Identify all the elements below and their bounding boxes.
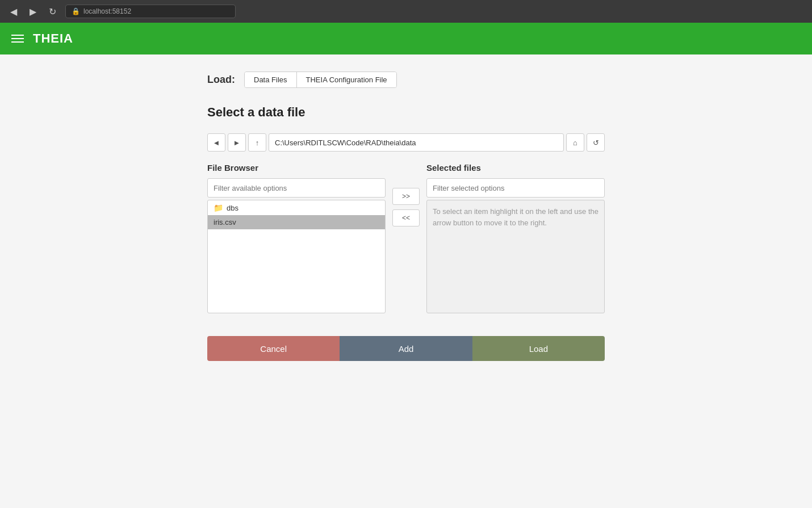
- container: Load: Data Files THEIA Configuration Fil…: [207, 72, 605, 491]
- transfer-buttons: >> <<: [386, 188, 426, 226]
- nav-back-button[interactable]: ◄: [207, 133, 225, 152]
- address-bar: 🔒 localhost:58152: [65, 5, 236, 18]
- file-browser-title: File Browser: [207, 163, 386, 173]
- move-left-button[interactable]: <<: [392, 209, 420, 226]
- main-content: Load: Data Files THEIA Configuration Fil…: [0, 54, 812, 508]
- add-button[interactable]: Add: [340, 336, 472, 361]
- page-title: Select a data file: [207, 105, 605, 120]
- list-item[interactable]: 📁 dbs: [208, 200, 385, 215]
- selected-files-area[interactable]: To select an item highlight it on the le…: [426, 200, 605, 313]
- path-navigator: ◄ ► ↑ ⌂ ↺: [207, 133, 605, 152]
- move-right-button[interactable]: >>: [392, 188, 420, 205]
- nav-up-button[interactable]: ↑: [248, 133, 266, 152]
- selected-files-filter[interactable]: [426, 178, 605, 198]
- load-button[interactable]: Load: [472, 336, 605, 361]
- hint-text: To select an item highlight it on the le…: [433, 207, 598, 227]
- nav-refresh-button[interactable]: ↺: [587, 133, 605, 152]
- browser-chrome: ◀ ▶ ↻ 🔒 localhost:58152: [0, 0, 812, 23]
- app-title: THEIA: [33, 31, 73, 46]
- folder-icon: 📁: [214, 203, 223, 212]
- hamburger-menu[interactable]: [11, 35, 24, 43]
- tab-theia-config[interactable]: THEIA Configuration File: [297, 72, 396, 87]
- cancel-button[interactable]: Cancel: [207, 336, 340, 361]
- file-name: dbs: [227, 204, 238, 212]
- tab-data-files[interactable]: Data Files: [245, 72, 297, 87]
- file-section: File Browser 📁 dbs iris.csv >> <<: [207, 163, 605, 313]
- tab-group: Data Files THEIA Configuration File: [244, 72, 397, 88]
- url-text: localhost:58152: [83, 7, 131, 15]
- file-name: iris.csv: [214, 218, 236, 226]
- app-header: THEIA: [0, 23, 812, 54]
- path-input[interactable]: [269, 133, 564, 152]
- file-list[interactable]: 📁 dbs iris.csv: [207, 200, 386, 313]
- selected-files-title: Selected files: [426, 163, 605, 173]
- reload-button[interactable]: ↻: [45, 4, 60, 19]
- file-browser-col: File Browser 📁 dbs iris.csv: [207, 163, 386, 313]
- nav-forward-button[interactable]: ►: [228, 133, 246, 152]
- forward-button[interactable]: ▶: [26, 4, 40, 19]
- back-button[interactable]: ◀: [7, 4, 20, 19]
- file-browser-filter[interactable]: [207, 178, 386, 198]
- list-item[interactable]: iris.csv: [208, 215, 385, 229]
- lock-icon: 🔒: [72, 7, 80, 15]
- nav-home-button[interactable]: ⌂: [566, 133, 584, 152]
- load-section: Load: Data Files THEIA Configuration Fil…: [207, 72, 605, 88]
- load-label: Load:: [207, 74, 235, 86]
- selected-files-col: Selected files To select an item highlig…: [426, 163, 605, 313]
- action-buttons: Cancel Add Load: [207, 336, 605, 361]
